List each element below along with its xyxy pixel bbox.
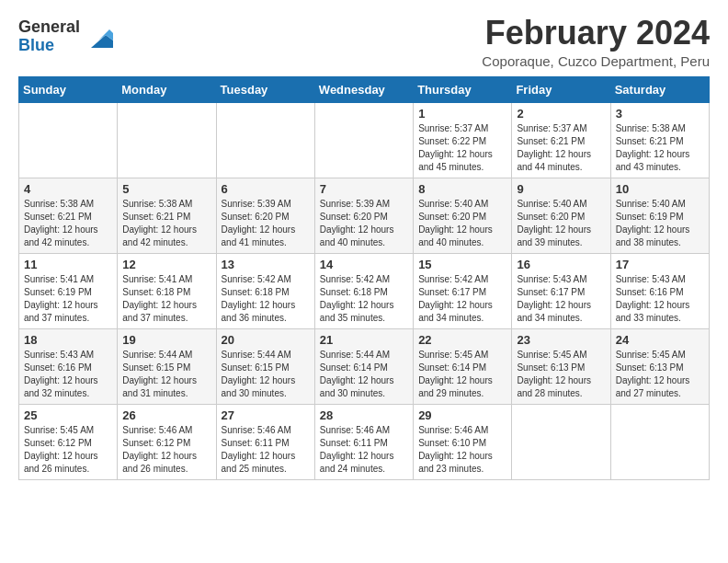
day-number: 20 — [222, 333, 310, 347]
calendar-cell: 12Sunrise: 5:41 AM Sunset: 6:18 PM Dayli… — [118, 253, 216, 328]
day-number: 7 — [320, 182, 408, 196]
day-info: Sunrise: 5:42 AM Sunset: 6:17 PM Dayligh… — [418, 273, 506, 325]
location-subtitle: Coporaque, Cuzco Department, Peru — [482, 53, 710, 69]
day-number: 25 — [24, 408, 112, 422]
day-info: Sunrise: 5:45 AM Sunset: 6:12 PM Dayligh… — [24, 424, 112, 476]
calendar-week-row: 25Sunrise: 5:45 AM Sunset: 6:12 PM Dayli… — [19, 404, 710, 479]
calendar-table: SundayMondayTuesdayWednesdayThursdayFrid… — [18, 76, 710, 480]
day-info: Sunrise: 5:43 AM Sunset: 6:16 PM Dayligh… — [24, 349, 112, 400]
day-header-tuesday: Tuesday — [216, 76, 314, 102]
calendar-cell — [314, 102, 413, 178]
calendar-cell: 15Sunrise: 5:42 AM Sunset: 6:17 PM Dayli… — [414, 253, 512, 328]
day-number: 15 — [418, 258, 506, 271]
day-number: 26 — [122, 408, 210, 422]
day-number: 10 — [616, 182, 704, 196]
day-number: 1 — [418, 107, 506, 121]
day-number: 19 — [122, 333, 210, 347]
day-info: Sunrise: 5:46 AM Sunset: 6:11 PM Dayligh… — [222, 424, 310, 476]
calendar-cell: 3Sunrise: 5:38 AM Sunset: 6:21 PM Daylig… — [610, 102, 709, 178]
calendar-week-row: 1Sunrise: 5:37 AM Sunset: 6:22 PM Daylig… — [19, 102, 710, 178]
day-info: Sunrise: 5:38 AM Sunset: 6:21 PM Dayligh… — [24, 198, 112, 249]
calendar-cell — [512, 404, 610, 479]
calendar-cell: 17Sunrise: 5:43 AM Sunset: 6:16 PM Dayli… — [610, 253, 709, 328]
logo-blue-text: Blue — [18, 37, 80, 55]
day-info: Sunrise: 5:39 AM Sunset: 6:20 PM Dayligh… — [222, 198, 310, 249]
day-info: Sunrise: 5:37 AM Sunset: 6:21 PM Dayligh… — [517, 122, 605, 174]
month-title: February 2024 — [482, 15, 710, 52]
day-info: Sunrise: 5:45 AM Sunset: 6:13 PM Dayligh… — [616, 349, 704, 400]
day-info: Sunrise: 5:44 AM Sunset: 6:15 PM Dayligh… — [222, 349, 310, 400]
day-number: 21 — [320, 333, 408, 347]
day-number: 16 — [517, 258, 605, 271]
logo: General Blue — [18, 18, 113, 55]
day-info: Sunrise: 5:44 AM Sunset: 6:14 PM Dayligh… — [320, 349, 408, 400]
day-info: Sunrise: 5:38 AM Sunset: 6:21 PM Dayligh… — [616, 122, 704, 174]
calendar-cell: 27Sunrise: 5:46 AM Sunset: 6:11 PM Dayli… — [216, 404, 314, 479]
calendar-cell: 1Sunrise: 5:37 AM Sunset: 6:22 PM Daylig… — [414, 102, 512, 178]
logo-icon — [84, 22, 113, 52]
calendar-cell: 21Sunrise: 5:44 AM Sunset: 6:14 PM Dayli… — [314, 328, 413, 404]
day-info: Sunrise: 5:39 AM Sunset: 6:20 PM Dayligh… — [320, 198, 408, 249]
day-info: Sunrise: 5:42 AM Sunset: 6:18 PM Dayligh… — [320, 273, 408, 325]
calendar-cell: 29Sunrise: 5:46 AM Sunset: 6:10 PM Dayli… — [414, 404, 512, 479]
day-info: Sunrise: 5:40 AM Sunset: 6:20 PM Dayligh… — [418, 198, 506, 249]
day-number: 11 — [24, 258, 112, 271]
calendar-cell: 20Sunrise: 5:44 AM Sunset: 6:15 PM Dayli… — [216, 328, 314, 404]
day-number: 6 — [222, 182, 310, 196]
day-number: 24 — [616, 333, 704, 347]
calendar-cell: 9Sunrise: 5:40 AM Sunset: 6:20 PM Daylig… — [512, 178, 610, 253]
calendar-cell: 7Sunrise: 5:39 AM Sunset: 6:20 PM Daylig… — [314, 178, 413, 253]
calendar-cell: 8Sunrise: 5:40 AM Sunset: 6:20 PM Daylig… — [414, 178, 512, 253]
calendar-week-row: 4Sunrise: 5:38 AM Sunset: 6:21 PM Daylig… — [19, 178, 710, 253]
page-header: General Blue February 2024 Coporaque, Cu… — [18, 15, 710, 69]
day-number: 18 — [24, 333, 112, 347]
day-info: Sunrise: 5:40 AM Sunset: 6:19 PM Dayligh… — [616, 198, 704, 249]
day-number: 27 — [222, 408, 310, 422]
day-number: 4 — [24, 182, 112, 196]
day-info: Sunrise: 5:43 AM Sunset: 6:16 PM Dayligh… — [616, 273, 704, 325]
day-info: Sunrise: 5:46 AM Sunset: 6:12 PM Dayligh… — [122, 424, 210, 476]
calendar-cell: 6Sunrise: 5:39 AM Sunset: 6:20 PM Daylig… — [216, 178, 314, 253]
day-number: 2 — [517, 107, 605, 121]
calendar-cell — [610, 404, 709, 479]
day-info: Sunrise: 5:41 AM Sunset: 6:19 PM Dayligh… — [24, 273, 112, 325]
calendar-header-row: SundayMondayTuesdayWednesdayThursdayFrid… — [19, 76, 710, 102]
calendar-cell: 18Sunrise: 5:43 AM Sunset: 6:16 PM Dayli… — [19, 328, 118, 404]
calendar-cell: 24Sunrise: 5:45 AM Sunset: 6:13 PM Dayli… — [610, 328, 709, 404]
day-info: Sunrise: 5:45 AM Sunset: 6:14 PM Dayligh… — [418, 349, 506, 400]
day-info: Sunrise: 5:44 AM Sunset: 6:15 PM Dayligh… — [122, 349, 210, 400]
calendar-cell: 4Sunrise: 5:38 AM Sunset: 6:21 PM Daylig… — [19, 178, 118, 253]
day-number: 17 — [616, 258, 704, 271]
calendar-cell: 28Sunrise: 5:46 AM Sunset: 6:11 PM Dayli… — [314, 404, 413, 479]
day-header-monday: Monday — [118, 76, 216, 102]
day-info: Sunrise: 5:46 AM Sunset: 6:10 PM Dayligh… — [418, 424, 506, 476]
day-info: Sunrise: 5:46 AM Sunset: 6:11 PM Dayligh… — [320, 424, 408, 476]
day-header-friday: Friday — [512, 76, 610, 102]
calendar-cell: 13Sunrise: 5:42 AM Sunset: 6:18 PM Dayli… — [216, 253, 314, 328]
day-number: 28 — [320, 408, 408, 422]
calendar-cell — [118, 102, 216, 178]
calendar-cell — [216, 102, 314, 178]
calendar-cell: 22Sunrise: 5:45 AM Sunset: 6:14 PM Dayli… — [414, 328, 512, 404]
calendar-cell: 10Sunrise: 5:40 AM Sunset: 6:19 PM Dayli… — [610, 178, 709, 253]
calendar-week-row: 18Sunrise: 5:43 AM Sunset: 6:16 PM Dayli… — [19, 328, 710, 404]
calendar-cell: 19Sunrise: 5:44 AM Sunset: 6:15 PM Dayli… — [118, 328, 216, 404]
day-header-sunday: Sunday — [19, 76, 118, 102]
day-number: 5 — [122, 182, 210, 196]
day-info: Sunrise: 5:42 AM Sunset: 6:18 PM Dayligh… — [222, 273, 310, 325]
day-header-wednesday: Wednesday — [314, 76, 413, 102]
calendar-cell: 2Sunrise: 5:37 AM Sunset: 6:21 PM Daylig… — [512, 102, 610, 178]
calendar-week-row: 11Sunrise: 5:41 AM Sunset: 6:19 PM Dayli… — [19, 253, 710, 328]
day-number: 8 — [418, 182, 506, 196]
calendar-cell: 26Sunrise: 5:46 AM Sunset: 6:12 PM Dayli… — [118, 404, 216, 479]
day-number: 29 — [418, 408, 506, 422]
day-number: 23 — [517, 333, 605, 347]
calendar-cell: 25Sunrise: 5:45 AM Sunset: 6:12 PM Dayli… — [19, 404, 118, 479]
logo-general-text: General — [18, 18, 80, 37]
day-info: Sunrise: 5:45 AM Sunset: 6:13 PM Dayligh… — [517, 349, 605, 400]
day-header-saturday: Saturday — [610, 76, 709, 102]
day-info: Sunrise: 5:43 AM Sunset: 6:17 PM Dayligh… — [517, 273, 605, 325]
title-area: February 2024 Coporaque, Cuzco Departmen… — [482, 15, 710, 69]
day-number: 22 — [418, 333, 506, 347]
day-number: 3 — [616, 107, 704, 121]
